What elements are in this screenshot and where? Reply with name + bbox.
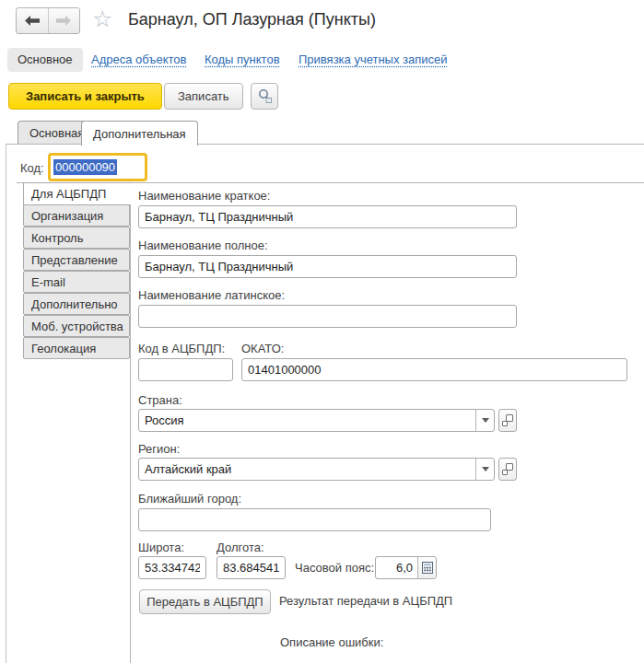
latitude-input[interactable] (138, 556, 206, 579)
sidetab-geolocation[interactable]: Геолокация (23, 337, 130, 359)
name-latin-input[interactable] (138, 305, 517, 328)
country-open-button[interactable] (498, 409, 517, 432)
region-value: Алтайский край (139, 459, 475, 480)
timezone-pick-button[interactable] (417, 557, 436, 578)
name-latin-label: Наименование латинское: (138, 288, 285, 302)
page-border (6, 144, 6, 663)
acbpdp-code-input[interactable] (138, 358, 233, 381)
sidetab-additional[interactable]: Дополнительно (23, 293, 130, 315)
magnifier-icon (257, 88, 273, 104)
acbpdp-code-label: Код в АЦБПДП: (138, 342, 225, 355)
name-full-label: Наименование полное: (138, 238, 268, 252)
name-short-input[interactable] (138, 205, 517, 228)
nav-link-addresses[interactable]: Адреса объектов (91, 52, 186, 66)
transfer-to-acbpdp-button[interactable]: Передать в АЦБПДП (139, 589, 271, 614)
transfer-result-label: Результат передачи в АЦБПДП (279, 594, 452, 608)
nearest-city-input[interactable] (138, 508, 491, 531)
timezone-input-group[interactable]: 6,0 (375, 556, 437, 579)
error-description-label: Описание ошибки: (280, 635, 383, 649)
nav-link-main[interactable]: Основное (7, 48, 83, 72)
sidetabs-right-border (130, 182, 131, 663)
forward-button[interactable] (49, 8, 80, 33)
sidetab-email[interactable]: E-mail (23, 271, 130, 293)
sidetab-mobile-devices[interactable]: Моб. устройства (23, 315, 130, 337)
longitude-label: Долгота: (217, 541, 264, 554)
triangle-down-icon (482, 467, 489, 471)
nearest-city-label: Ближайший город: (138, 492, 241, 506)
code-label: Код: (20, 161, 44, 175)
nav-link-account-binding[interactable]: Привязка учетных записей (299, 52, 448, 66)
search-button[interactable] (251, 83, 278, 110)
name-short-label: Наименование краткое: (138, 189, 270, 203)
country-value: Россия (139, 410, 475, 431)
sidetab-organization[interactable]: Организация (23, 204, 130, 227)
calculator-icon (422, 562, 433, 574)
region-combobox[interactable]: Алтайский край (138, 458, 495, 481)
sidetab-for-acbpdp[interactable]: Для АЦБПДП (23, 182, 131, 205)
nav-link-point-codes[interactable]: Коды пунктов (205, 52, 280, 66)
name-full-input[interactable] (138, 255, 517, 278)
arrow-left-icon (25, 16, 40, 26)
region-dropdown-button[interactable] (475, 459, 494, 480)
favorite-star-icon[interactable]: ☆ (92, 5, 112, 32)
back-button[interactable] (17, 8, 49, 33)
tab-additional[interactable]: Дополнительная (81, 121, 198, 145)
country-dropdown-button[interactable] (475, 410, 494, 431)
triangle-down-icon (482, 418, 489, 423)
okato-input[interactable] (241, 358, 627, 381)
code-input[interactable]: 000000090 (48, 153, 147, 181)
latitude-label: Широта: (138, 541, 184, 554)
region-label: Регион: (138, 442, 180, 456)
timezone-value: 6,0 (376, 557, 417, 578)
timezone-label: Часовой пояс: (295, 561, 374, 575)
longitude-input[interactable] (217, 556, 286, 579)
arrow-right-icon (56, 16, 71, 26)
save-and-close-button[interactable]: Записать и закрыть (8, 83, 162, 110)
region-open-button[interactable] (498, 458, 517, 481)
form-window: ☆ Барнаул, ОП Лазурная (Пункты) Основное… (0, 0, 644, 663)
country-label: Страна: (138, 393, 182, 407)
country-combobox[interactable]: Россия (138, 409, 495, 432)
code-value-selected: 000000090 (53, 159, 117, 175)
page-title: Барнаул, ОП Лазурная (Пункты) (128, 10, 376, 29)
sidetab-presentation[interactable]: Представление (23, 249, 130, 271)
history-nav-group (16, 7, 80, 34)
okato-label: ОКАТО: (241, 342, 284, 355)
sidetab-control[interactable]: Контроль (23, 227, 130, 249)
save-button[interactable]: Записать (164, 83, 243, 110)
